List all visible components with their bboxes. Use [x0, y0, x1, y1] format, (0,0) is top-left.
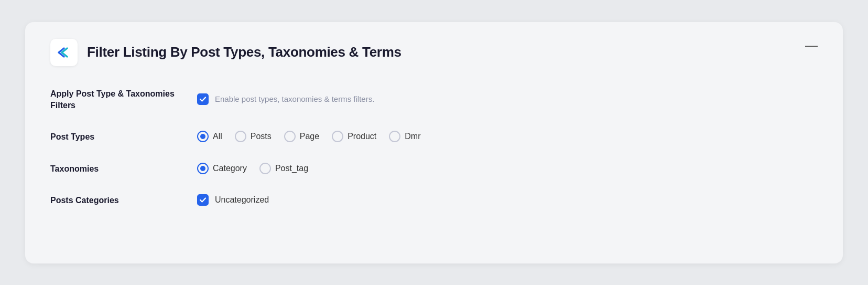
radio-label-page: Page [300, 132, 319, 141]
posts-categories-label: Posts Categories [50, 194, 176, 206]
radio-label-all: All [213, 132, 222, 141]
radio-inner-category [200, 166, 205, 171]
enable-filters-text: Enable post types, taxonomies & terms fi… [215, 94, 374, 103]
radio-outer-all [197, 131, 209, 142]
checkbox-checked-icon [197, 93, 209, 105]
radio-dmr[interactable]: Dmr [389, 131, 420, 142]
taxonomies-control: Category Post_tag [197, 162, 818, 175]
radio-category[interactable]: Category [197, 163, 247, 174]
radio-all[interactable]: All [197, 131, 222, 142]
radio-outer-category [197, 163, 209, 174]
radio-label-post-tag: Post_tag [275, 164, 308, 173]
radio-label-category: Category [213, 164, 247, 173]
radio-label-posts: Posts [251, 132, 272, 141]
apply-filters-control: Enable post types, taxonomies & terms fi… [197, 87, 818, 112]
taxonomies-label: Taxonomies [50, 162, 176, 175]
settings-grid: Apply Post Type & Taxonomies Filters Ena… [50, 87, 818, 207]
post-types-control: All Posts Page Product Dmr [197, 130, 818, 143]
radio-posts[interactable]: Posts [235, 131, 272, 142]
radio-label-dmr: Dmr [405, 132, 420, 141]
post-types-label: Post Types [50, 130, 176, 143]
radio-page[interactable]: Page [284, 131, 319, 142]
radio-outer-post-tag [259, 163, 271, 174]
header: Filter Listing By Post Types, Taxonomies… [50, 39, 818, 66]
uncategorized-text: Uncategorized [215, 195, 269, 205]
radio-outer-posts [235, 131, 246, 142]
checkbox-uncategorized-icon [197, 194, 209, 206]
radio-outer-page [284, 131, 296, 142]
enable-filters-checkbox[interactable]: Enable post types, taxonomies & terms fi… [197, 93, 374, 105]
radio-outer-dmr [389, 131, 400, 142]
page-title: Filter Listing By Post Types, Taxonomies… [87, 44, 402, 60]
settings-card: Filter Listing By Post Types, Taxonomies… [25, 22, 843, 263]
uncategorized-checkbox[interactable]: Uncategorized [197, 194, 269, 206]
radio-inner-all [200, 134, 205, 139]
radio-outer-product [332, 131, 343, 142]
radio-label-product: Product [348, 132, 376, 141]
minimize-button[interactable]: — [805, 39, 818, 51]
posts-categories-control: Uncategorized [197, 194, 818, 206]
apply-filters-label: Apply Post Type & Taxonomies Filters [50, 87, 176, 112]
radio-post-tag[interactable]: Post_tag [259, 163, 308, 174]
logo-icon [57, 45, 71, 60]
logo-box [50, 39, 78, 66]
radio-product[interactable]: Product [332, 131, 376, 142]
